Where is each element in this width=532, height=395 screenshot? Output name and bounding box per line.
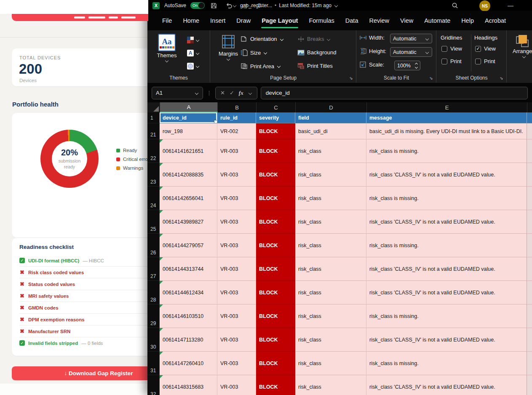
- formula-bar-input[interactable]: device_id: [261, 87, 528, 99]
- row-header-27[interactable]: 27: [147, 257, 160, 281]
- margins-button[interactable]: Margins: [216, 34, 241, 60]
- data-cell[interactable]: BLOCK: [256, 123, 295, 139]
- data-cell[interactable]: risk_class: [295, 328, 366, 352]
- gridlines-print-checkbox[interactable]: Print: [441, 58, 462, 64]
- themes-button[interactable]: Aa Themes: [154, 34, 179, 62]
- data-cell[interactable]: BLOCK: [256, 328, 295, 352]
- data-cell[interactable]: BLOCK: [256, 375, 295, 395]
- data-cell[interactable]: 00614142656041: [160, 187, 217, 210]
- select-all-corner[interactable]: [147, 102, 160, 112]
- data-cell[interactable]: risk_class 'CLASS_IV' is not a valid EUD…: [366, 328, 527, 352]
- headings-view-checkbox[interactable]: ✓View: [475, 45, 496, 52]
- row-header-1[interactable]: 1: [147, 112, 160, 123]
- ribbon-tab-file[interactable]: File: [157, 11, 177, 30]
- data-cell[interactable]: VR-003: [217, 352, 256, 375]
- checkbox[interactable]: [441, 46, 447, 52]
- breaks-button[interactable]: Breaks: [297, 36, 331, 42]
- undo-icon[interactable]: [226, 0, 237, 11]
- data-cell[interactable]: 00614147113280: [160, 328, 217, 352]
- column-header-a[interactable]: A: [160, 102, 218, 112]
- data-cell[interactable]: risk_class 'CLASS_IV' is not a valid EUD…: [366, 375, 527, 395]
- data-cell[interactable]: VR-003: [217, 257, 256, 281]
- data-cell[interactable]: risk_class is missing.: [366, 187, 527, 210]
- data-cell[interactable]: 00614144313744: [160, 257, 217, 281]
- theme-effects-button[interactable]: [187, 61, 200, 72]
- row-header-31[interactable]: 31: [147, 352, 160, 375]
- ribbon-tab-page-layout[interactable]: Page Layout: [256, 11, 303, 30]
- download-gap-register-button[interactable]: ↓ Download Gap Register: [12, 366, 148, 380]
- row-header-29[interactable]: 29: [147, 304, 160, 328]
- data-cell[interactable]: 00614148315683: [160, 375, 217, 395]
- data-cell[interactable]: basic_udi_di is missing. Every UDI-DI mu…: [366, 123, 527, 139]
- data-cell[interactable]: basic_udi_di: [295, 123, 366, 139]
- row-header-25[interactable]: 25: [147, 210, 160, 234]
- data-cell[interactable]: risk_class: [295, 257, 366, 281]
- width-dropdown[interactable]: Automatic: [390, 34, 432, 43]
- headings-print-checkbox[interactable]: Print: [475, 58, 495, 64]
- row-header-30[interactable]: 30: [147, 328, 160, 352]
- row-header-22[interactable]: 22: [147, 139, 160, 163]
- data-cell[interactable]: risk_class is missing.: [366, 352, 527, 375]
- data-cell[interactable]: risk_class 'CLASS_IV' is not a valid EUD…: [366, 257, 527, 281]
- header-cell[interactable]: field: [295, 112, 366, 123]
- data-cell[interactable]: risk_class is missing.: [366, 234, 527, 257]
- data-cell[interactable]: VR-003: [217, 187, 256, 210]
- data-cell[interactable]: risk_class 'CLASS_IV' is not a valid EUD…: [366, 163, 527, 187]
- header-cell[interactable]: rule_id: [217, 112, 256, 123]
- row-header-23[interactable]: 23: [147, 163, 160, 187]
- header-cell[interactable]: message: [366, 112, 527, 123]
- column-header-c[interactable]: C: [257, 102, 296, 112]
- data-cell[interactable]: VR-002: [217, 123, 256, 139]
- user-avatar[interactable]: NS: [479, 0, 490, 11]
- data-cell[interactable]: risk_class: [295, 163, 366, 187]
- data-cell[interactable]: 00614146103510: [160, 304, 217, 328]
- ribbon-tab-insert[interactable]: Insert: [205, 11, 231, 30]
- header-cell[interactable]: device_id: [160, 112, 217, 123]
- data-cell[interactable]: risk_class: [295, 139, 366, 163]
- row-header-26[interactable]: 26: [147, 234, 160, 257]
- row-header-32[interactable]: 32: [147, 375, 160, 395]
- column-header-d[interactable]: D: [296, 102, 367, 112]
- data-cell[interactable]: BLOCK: [256, 281, 295, 304]
- row-header-21[interactable]: 21: [147, 123, 160, 139]
- data-cell[interactable]: BLOCK: [256, 210, 295, 234]
- ribbon-tab-view[interactable]: View: [395, 11, 419, 30]
- fx-chevron-icon[interactable]: [248, 91, 251, 94]
- ribbon-tab-home[interactable]: Home: [177, 11, 205, 30]
- theme-fonts-button[interactable]: A: [187, 48, 200, 59]
- insert-function-icon[interactable]: fx: [239, 90, 243, 96]
- size-button[interactable]: Size: [241, 49, 267, 56]
- data-cell[interactable]: VR-003: [217, 163, 256, 187]
- drag-handle-dots[interactable]: ⋮: [206, 90, 212, 96]
- data-cell[interactable]: VR-003: [217, 281, 256, 304]
- confirm-entry-icon[interactable]: ✓: [230, 90, 234, 96]
- data-cell[interactable]: risk_class is missing.: [366, 139, 527, 163]
- data-cell[interactable]: BLOCK: [256, 304, 295, 328]
- scale-spinner[interactable]: 100%: [394, 61, 420, 70]
- ribbon-tab-help[interactable]: Help: [456, 11, 479, 30]
- data-cell[interactable]: risk_class: [295, 187, 366, 210]
- header-cell[interactable]: severity: [256, 112, 295, 123]
- ribbon-tab-formulas[interactable]: Formulas: [303, 11, 340, 30]
- data-cell[interactable]: 00614141621651: [160, 139, 217, 163]
- data-cell[interactable]: risk_class is missing.: [366, 304, 527, 328]
- data-cell[interactable]: VR-003: [217, 328, 256, 352]
- row-header-24[interactable]: 24: [147, 187, 160, 210]
- checkbox[interactable]: [475, 59, 481, 64]
- data-cell[interactable]: VR-003: [217, 210, 256, 234]
- data-cell[interactable]: 00614143989827: [160, 210, 217, 234]
- data-cell[interactable]: VR-003: [217, 234, 256, 257]
- page-setup-dialog-launcher[interactable]: ⇘: [348, 75, 354, 81]
- checkbox[interactable]: ✓: [475, 46, 481, 52]
- ribbon-tab-review[interactable]: Review: [364, 11, 395, 30]
- column-header-e[interactable]: E: [367, 102, 527, 112]
- height-dropdown[interactable]: Automatic: [390, 47, 432, 57]
- orientation-button[interactable]: Orientation: [241, 36, 284, 42]
- data-cell[interactable]: risk_class: [295, 234, 366, 257]
- print-area-button[interactable]: Print Area: [241, 63, 281, 69]
- data-cell[interactable]: BLOCK: [256, 352, 295, 375]
- data-cell[interactable]: risk_class 'CLASS_IV' is not a valid EUD…: [366, 281, 527, 304]
- data-cell[interactable]: BLOCK: [256, 257, 295, 281]
- ribbon-tab-data[interactable]: Data: [340, 11, 364, 30]
- data-cell[interactable]: BLOCK: [256, 187, 295, 210]
